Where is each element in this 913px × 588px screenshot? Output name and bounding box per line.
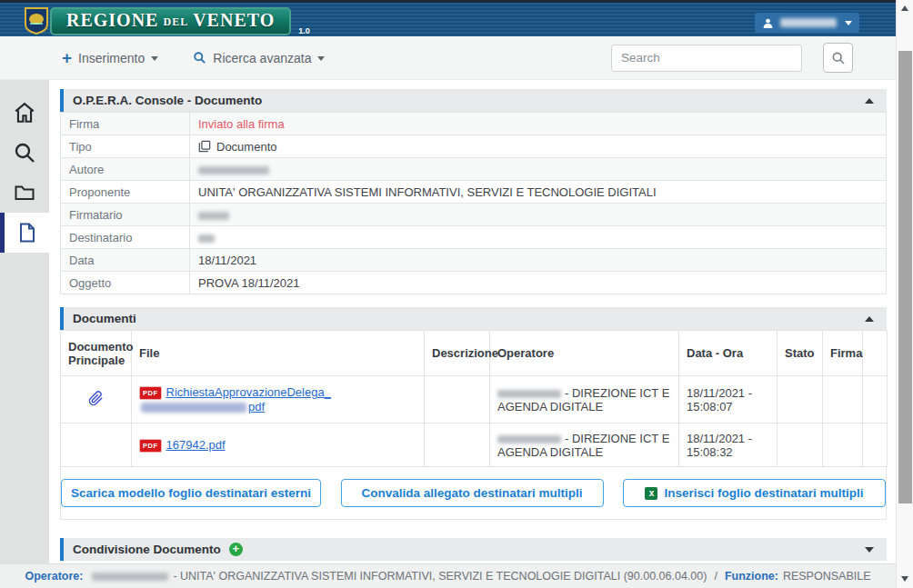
user-menu[interactable] bbox=[755, 13, 859, 33]
opera-console-page: REGIONE DEL VENETO 1.0 + Inserimento bbox=[0, 0, 913, 588]
condivisione-panel-header[interactable]: Condivisione Documento + bbox=[60, 538, 887, 561]
paperclip-icon bbox=[88, 391, 104, 406]
user-name-redacted bbox=[780, 18, 837, 27]
details-panel-title: O.P.E.R.A. Console - Documento bbox=[73, 94, 262, 107]
inserimento-menu[interactable]: + Inserimento bbox=[62, 49, 158, 66]
col-operatore: Operatore bbox=[490, 331, 679, 376]
proponente-value: UNITA' ORGANIZZATIVA SISTEMI INFORMATIVI… bbox=[190, 181, 887, 204]
home-icon bbox=[13, 101, 36, 125]
file-link[interactable]: 167942.pdf bbox=[166, 438, 226, 452]
document-type-icon bbox=[198, 140, 211, 153]
pdf-icon: PDF bbox=[139, 386, 162, 400]
sidebar-item-document[interactable] bbox=[0, 213, 49, 253]
sidebar-item-folder[interactable] bbox=[0, 173, 49, 213]
field-row-proponente: Proponente UNITA' ORGANIZZATIVA SISTEMI … bbox=[61, 181, 887, 204]
field-label: Oggetto bbox=[61, 272, 190, 294]
chevron-down-icon bbox=[845, 21, 852, 25]
firma-cell bbox=[823, 424, 863, 467]
operatore-label: Operatore: bbox=[25, 570, 84, 583]
sidebar-item-home[interactable] bbox=[0, 93, 49, 133]
regione-veneto-logo: REGIONE DEL VENETO 1.0 bbox=[25, 5, 310, 35]
firmatario-value-redacted bbox=[198, 212, 229, 220]
data-value: 18/11/2021 bbox=[190, 249, 887, 272]
main-content: O.P.E.R.A. Console - Documento Firma Inv… bbox=[49, 80, 896, 563]
field-label: Proponente bbox=[61, 181, 190, 204]
condivisione-panel: Condivisione Documento + bbox=[60, 538, 887, 561]
operatore-name-redacted bbox=[497, 435, 561, 443]
descrizione-cell bbox=[425, 376, 490, 424]
details-panel: O.P.E.R.A. Console - Documento Firma Inv… bbox=[60, 89, 887, 294]
ricerca-avanzata-menu[interactable]: Ricerca avanzata bbox=[193, 51, 325, 65]
documents-actions-area: Scarica modello foglio destinatari ester… bbox=[60, 467, 887, 520]
plus-icon: + bbox=[62, 49, 72, 66]
operatore-name-redacted bbox=[92, 573, 168, 581]
col-stato: Stato bbox=[778, 331, 823, 376]
scroll-down-icon[interactable] bbox=[901, 576, 908, 582]
col-documento-principale: Documento Principale bbox=[61, 331, 132, 376]
field-row-autore: Autore bbox=[61, 158, 887, 181]
expand-icon[interactable] bbox=[865, 547, 874, 553]
search-icon bbox=[14, 142, 35, 164]
documents-panel-header[interactable]: Documenti bbox=[60, 307, 887, 330]
vertical-scrollbar[interactable] bbox=[896, 0, 913, 588]
operatore-cell: - DIREZIONE ICT E AGENDA DIGITALE bbox=[490, 424, 679, 467]
empty-cell bbox=[863, 424, 888, 467]
field-label: Data bbox=[61, 249, 190, 272]
data-ora-cell: 18/11/2021 - 15:08:07 bbox=[679, 376, 778, 424]
operatore-cell: - DIREZIONE ICT E AGENDA DIGITALE bbox=[490, 376, 679, 424]
footer-status-bar: Operatore: - UNITA' ORGANIZZATIVA SISTEM… bbox=[0, 563, 896, 588]
empty-cell bbox=[863, 376, 888, 424]
document-row: PDF167942.pdf - DIREZIONE ICT E AGENDA D… bbox=[61, 424, 888, 467]
sidebar-item-search[interactable] bbox=[0, 133, 49, 173]
documents-panel-title: Documenti bbox=[73, 312, 136, 325]
footer-separator: / bbox=[714, 570, 717, 583]
documents-table: Documento Principale File Descrizione Op… bbox=[60, 330, 888, 467]
col-file: File bbox=[132, 331, 425, 376]
ricerca-avanzata-label: Ricerca avanzata bbox=[213, 51, 311, 65]
collapse-icon[interactable] bbox=[865, 316, 874, 322]
folder-icon bbox=[14, 182, 35, 204]
scrollbar-thumb[interactable] bbox=[898, 51, 912, 503]
field-row-oggetto: Oggetto PROVA 18/11/2021 bbox=[61, 272, 887, 294]
document-row: PDFRichiestaApprovazioneDelega_pdf - DIR… bbox=[61, 376, 888, 424]
brand-part-1: REGIONE bbox=[66, 10, 158, 31]
descrizione-cell bbox=[425, 424, 490, 467]
search-button[interactable] bbox=[823, 43, 853, 73]
operatore-name-redacted bbox=[497, 390, 561, 398]
excel-icon: x bbox=[645, 487, 657, 500]
funzione-label: Funzione: bbox=[725, 570, 778, 583]
scroll-up-icon[interactable] bbox=[901, 5, 908, 11]
details-panel-header[interactable]: O.P.E.R.A. Console - Documento bbox=[60, 89, 887, 112]
documento-principale-cell bbox=[61, 424, 132, 467]
search-icon bbox=[831, 51, 846, 65]
search-input[interactable] bbox=[611, 45, 802, 72]
funzione-value: RESPONSABILE bbox=[783, 570, 871, 583]
convalida-allegato-button[interactable]: Convalida allegato destinatari multipli bbox=[341, 479, 604, 507]
documents-table-header-row: Documento Principale File Descrizione Op… bbox=[61, 331, 888, 376]
chevron-down-icon bbox=[151, 56, 158, 61]
document-icon bbox=[16, 221, 38, 244]
firma-cell bbox=[823, 376, 863, 424]
brand-part-3: VENETO bbox=[193, 10, 275, 31]
file-link[interactable]: RichiestaApprovazioneDelega_pdf bbox=[139, 385, 331, 414]
search-icon bbox=[193, 51, 206, 65]
filename-redacted bbox=[141, 403, 246, 413]
field-row-data: Data 18/11/2021 bbox=[61, 249, 887, 272]
pdf-icon: PDF bbox=[139, 439, 162, 453]
collapse-icon[interactable] bbox=[865, 98, 874, 104]
operatore-org-text: - UNITA' ORGANIZZATIVA SISTEMI INFORMATI… bbox=[173, 570, 707, 583]
col-data-ora: Data - Ora bbox=[679, 331, 778, 376]
inserimento-label: Inserimento bbox=[78, 51, 145, 65]
field-row-firmatario: Firmatario bbox=[61, 204, 887, 226]
add-condivisione-icon[interactable]: + bbox=[229, 543, 243, 556]
autore-value-redacted bbox=[198, 166, 269, 174]
user-icon bbox=[762, 17, 774, 29]
col-empty bbox=[863, 331, 888, 376]
field-row-tipo: Tipo Documento bbox=[61, 135, 887, 158]
field-row-firma: Firma Inviato alla firma bbox=[61, 113, 887, 135]
stato-cell bbox=[778, 376, 823, 424]
inserisci-foglio-button[interactable]: x Inserisci foglio destinatari multipli bbox=[623, 479, 886, 507]
scarica-modello-button[interactable]: Scarica modello foglio destinatari ester… bbox=[61, 479, 321, 507]
top-header-bar: REGIONE DEL VENETO 1.0 bbox=[0, 0, 896, 36]
app-version: 1.0 bbox=[298, 26, 310, 35]
